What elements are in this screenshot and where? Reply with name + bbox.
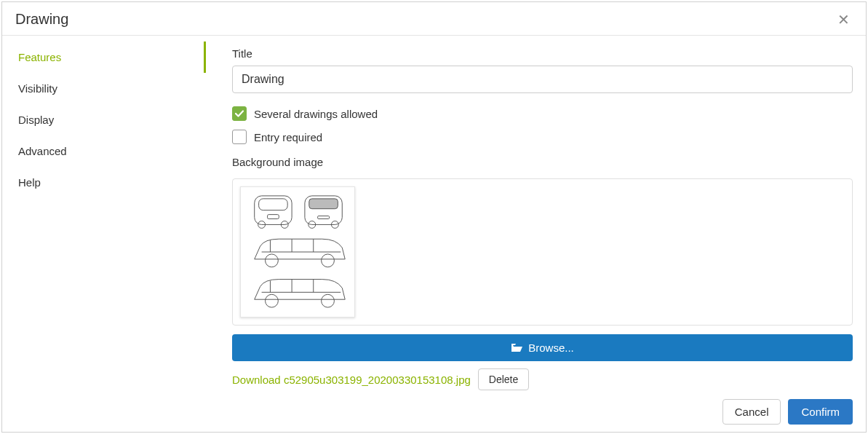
several-drawings-checkbox[interactable] [232, 106, 247, 121]
svg-point-13 [322, 294, 335, 307]
svg-rect-6 [309, 199, 338, 209]
delete-button[interactable]: Delete [478, 368, 529, 390]
image-preview [240, 186, 355, 317]
title-input[interactable] [232, 66, 853, 93]
svg-rect-1 [259, 199, 288, 210]
sidebar-item-label: Advanced [18, 145, 67, 157]
svg-rect-9 [318, 216, 330, 219]
several-drawings-row[interactable]: Several drawings allowed [232, 106, 853, 121]
sidebar-item-label: Display [18, 114, 54, 126]
checkmark-icon [234, 108, 244, 119]
entry-required-row[interactable]: Entry required [232, 130, 853, 144]
close-icon: ✕ [837, 12, 850, 28]
sidebar: Features Visibility Display Advanced Hel… [2, 36, 206, 393]
background-image-label: Background image [232, 156, 853, 168]
modal-header: Drawing ✕ [2, 2, 866, 36]
content-panel: Title Several drawings allowed Entry req… [206, 36, 866, 393]
drawing-modal: Drawing ✕ Features Visibility Display Ad… [1, 1, 867, 433]
sidebar-item-label: Features [18, 51, 61, 63]
sidebar-item-features[interactable]: Features [7, 42, 206, 73]
browse-button[interactable]: Browse... [232, 334, 853, 361]
svg-point-12 [266, 294, 279, 307]
confirm-button[interactable]: Confirm [788, 399, 853, 425]
sidebar-item-visibility[interactable]: Visibility [7, 73, 206, 104]
title-label: Title [232, 47, 853, 60]
modal-title: Drawing [15, 11, 68, 28]
download-row: Download c52905u303199_20200330153108.jp… [232, 368, 853, 390]
sidebar-item-label: Visibility [18, 82, 57, 95]
car-diagram-icon [245, 192, 351, 312]
svg-point-10 [266, 254, 279, 267]
several-drawings-label: Several drawings allowed [254, 108, 378, 120]
svg-point-11 [322, 254, 335, 267]
browse-label: Browse... [528, 342, 574, 354]
modal-footer: Cancel Confirm [2, 393, 866, 432]
close-button[interactable]: ✕ [835, 12, 853, 27]
sidebar-item-label: Help [18, 176, 41, 189]
sidebar-item-display[interactable]: Display [7, 104, 206, 135]
sidebar-item-help[interactable]: Help [7, 167, 206, 198]
svg-rect-4 [268, 215, 279, 219]
entry-required-label: Entry required [254, 131, 322, 143]
cancel-button[interactable]: Cancel [722, 399, 781, 425]
folder-open-icon [511, 343, 522, 353]
download-link[interactable]: Download c52905u303199_20200330153108.jp… [232, 374, 471, 386]
entry-required-checkbox[interactable] [232, 130, 247, 144]
image-container [232, 178, 853, 326]
sidebar-item-advanced[interactable]: Advanced [7, 135, 206, 167]
modal-body: Features Visibility Display Advanced Hel… [2, 36, 866, 393]
